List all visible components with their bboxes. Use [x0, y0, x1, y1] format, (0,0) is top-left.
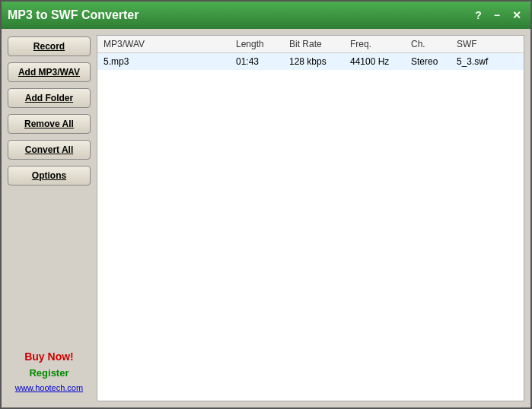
record-button[interactable]: Record [8, 36, 91, 56]
row-freq: 44100 Hz [350, 56, 411, 67]
row-channels: Stereo [411, 56, 457, 67]
main-panel: MP3/WAV Length Bit Rate Freq. Ch. SWF 5.… [97, 35, 524, 401]
convert-all-button[interactable]: Convert All [8, 140, 91, 160]
col-bitrate: Bit Rate [289, 39, 350, 49]
options-button[interactable]: Options [8, 166, 91, 185]
row-filename: 5.mp3 [104, 56, 236, 67]
add-mp3-wav-button[interactable]: Add MP3/WAV [8, 62, 91, 82]
content-area: Record Add MP3/WAV Add Folder Remove All… [2, 29, 530, 407]
row-length: 01:43 [236, 56, 289, 67]
help-button[interactable]: ? [472, 8, 485, 23]
table-row[interactable]: 5.mp3 01:43 128 kbps 44100 Hz Stereo 5_3… [97, 53, 524, 70]
sidebar: Record Add MP3/WAV Add Folder Remove All… [2, 29, 97, 407]
add-folder-button[interactable]: Add Folder [8, 88, 91, 108]
title-bar: MP3 to SWF Converter ? − ✕ [2, 2, 530, 29]
main-window: MP3 to SWF Converter ? − ✕ Record Add MP… [0, 0, 532, 409]
col-length: Length [236, 39, 289, 49]
remove-all-button[interactable]: Remove All [8, 114, 91, 134]
window-title: MP3 to SWF Converter [8, 8, 139, 22]
register-link[interactable]: Register [29, 367, 68, 379]
website-link[interactable]: www.hootech.com [15, 383, 83, 392]
row-swf: 5_3.swf [457, 56, 518, 67]
row-bitrate: 128 kbps [289, 56, 350, 67]
window-controls: ? − ✕ [472, 8, 524, 23]
col-filename: MP3/WAV [104, 39, 236, 49]
col-channels: Ch. [411, 39, 457, 49]
col-freq: Freq. [350, 39, 411, 49]
sidebar-bottom: Buy Now! Register www.hootech.com [15, 350, 83, 400]
minimize-button[interactable]: − [491, 8, 503, 23]
close-button[interactable]: ✕ [509, 8, 524, 23]
buy-now-link[interactable]: Buy Now! [24, 350, 74, 363]
col-swf: SWF [457, 39, 518, 49]
table-header: MP3/WAV Length Bit Rate Freq. Ch. SWF [97, 36, 524, 53]
